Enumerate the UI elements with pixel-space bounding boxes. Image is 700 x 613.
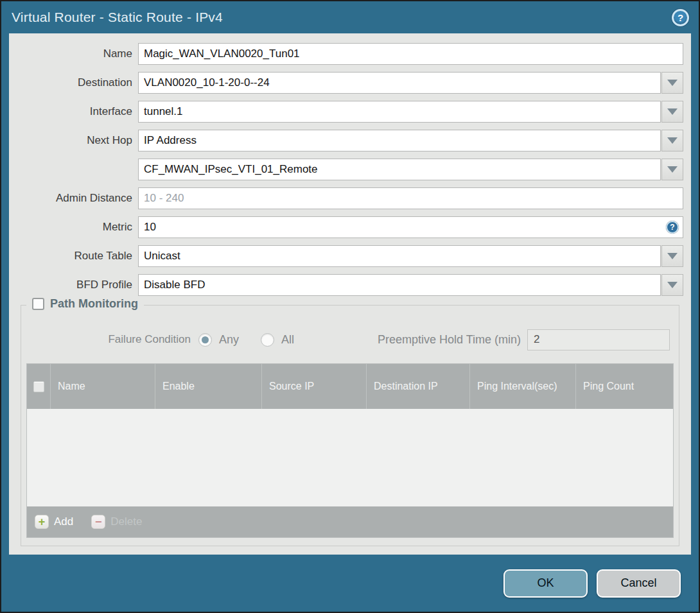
interface-input[interactable] [138,101,661,123]
table-header: Name Enable Source IP Destination IP Pin… [27,364,673,409]
path-monitoring-table: Name Enable Source IP Destination IP Pin… [26,363,674,538]
radio-all-label: All [281,333,294,347]
next-hop-address-dropdown-button[interactable] [661,159,683,180]
route-table-label: Route Table [9,250,138,263]
name-input[interactable] [138,43,683,65]
bfd-profile-dropdown-button[interactable] [661,274,683,296]
failure-condition-label: Failure Condition [30,333,198,346]
next-hop-address-input[interactable] [138,159,661,180]
destination-row: Destination [9,72,683,94]
chevron-down-icon [667,80,678,86]
name-row: Name [9,43,683,65]
table-header-checkbox-cell [27,364,50,409]
destination-input[interactable] [138,72,661,94]
preemptive-hold-time-label: Preemptive Hold Time (min) [378,333,527,347]
next-hop-label: Next Hop [9,134,138,147]
select-all-checkbox[interactable] [33,381,44,392]
path-monitoring-checkbox[interactable] [32,298,44,310]
failure-condition-row: Failure Condition Any All Preemptive Hol… [21,329,679,350]
path-monitoring-title: Path Monitoring [50,297,138,311]
route-table-input[interactable] [138,245,661,267]
failure-condition-option-all: All [261,333,294,347]
chevron-down-icon [667,108,678,115]
bfd-profile-row: BFD Profile [9,274,683,296]
interface-label: Interface [9,105,138,118]
chevron-down-icon [667,253,678,259]
bfd-profile-label: BFD Profile [9,279,138,291]
delete-button-label: Delete [110,515,142,528]
column-header-destination-ip[interactable]: Destination IP [366,364,469,409]
chevron-down-icon [667,166,678,173]
add-button[interactable]: + Add [35,515,73,529]
radio-all[interactable] [261,333,274,347]
plus-icon: + [35,515,49,529]
interface-dropdown-button[interactable] [661,101,683,123]
table-body-empty [27,409,673,506]
destination-label: Destination [9,76,138,89]
ok-button[interactable]: OK [503,569,588,598]
admin-distance-row: Admin Distance [9,187,683,209]
next-hop-dropdown-button[interactable] [661,130,683,151]
chevron-down-icon [667,282,678,288]
route-table-row: Route Table [9,245,683,267]
cancel-button[interactable]: Cancel [597,569,681,598]
column-header-ping-count[interactable]: Ping Count [575,364,673,409]
table-footer: + Add − Delete [27,506,673,537]
minus-icon: − [91,515,105,529]
path-monitoring-section: Path Monitoring Failure Condition Any Al… [21,305,679,546]
next-hop-type-input[interactable] [138,130,661,151]
next-hop-row: Next Hop [9,130,683,151]
bfd-profile-input[interactable] [138,274,661,296]
failure-condition-option-any: Any [198,333,239,347]
metric-help-icon[interactable]: ? [666,221,679,234]
path-monitoring-legend: Path Monitoring [26,297,144,311]
name-label: Name [9,47,138,60]
column-header-source-ip[interactable]: Source IP [261,364,366,409]
preemptive-hold-time-input[interactable] [527,329,670,350]
chevron-down-icon [667,137,678,144]
column-header-ping-interval[interactable]: Ping Interval(sec) [469,364,575,409]
column-header-enable[interactable]: Enable [155,364,261,409]
radio-any[interactable] [198,333,212,347]
metric-input[interactable] [138,216,683,238]
interface-row: Interface [9,101,683,123]
dialog-titlebar: Virtual Router - Static Route - IPv4 ? [1,1,699,33]
admin-distance-label: Admin Distance [9,192,138,205]
admin-distance-input[interactable] [138,187,683,209]
metric-label: Metric [9,221,138,234]
add-button-label: Add [54,515,73,528]
delete-button[interactable]: − Delete [91,515,142,529]
preemptive-hold-time: Preemptive Hold Time (min) [378,329,670,350]
column-header-name[interactable]: Name [50,364,155,409]
next-hop-address-row [9,159,683,180]
dialog-footer: OK Cancel [1,555,699,612]
dialog-title: Virtual Router - Static Route - IPv4 [12,10,223,25]
static-route-dialog: Virtual Router - Static Route - IPv4 ? N… [0,0,700,613]
metric-row: Metric ? [9,216,683,238]
radio-any-label: Any [219,333,239,347]
help-icon[interactable]: ? [672,9,689,26]
route-table-dropdown-button[interactable] [661,245,683,267]
destination-dropdown-button[interactable] [661,72,683,94]
dialog-body: Name Destination Interface [9,33,691,555]
